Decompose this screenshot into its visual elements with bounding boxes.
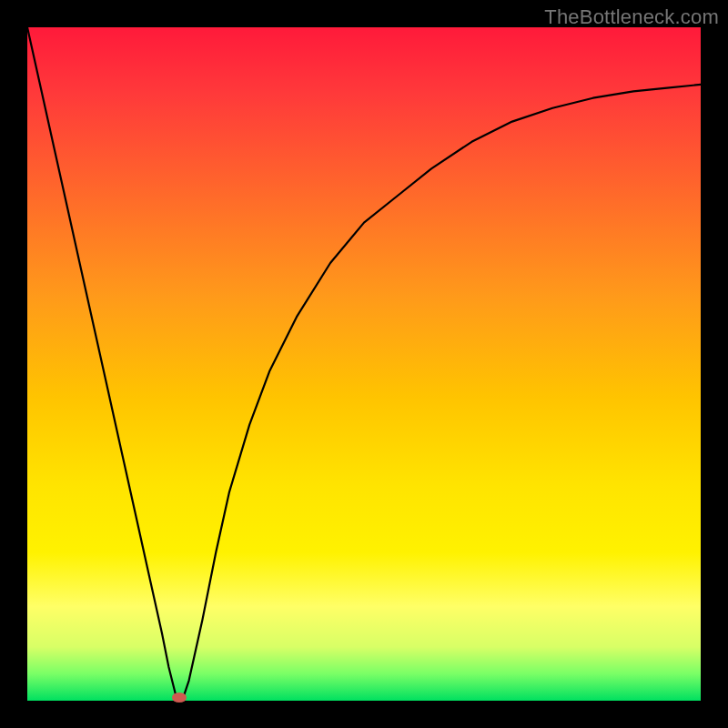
plot-area: [27, 27, 701, 701]
bottleneck-curve: [27, 27, 701, 701]
chart-frame: TheBottleneck.com: [0, 0, 728, 728]
optimum-marker: [172, 693, 187, 703]
curve-svg: [27, 27, 701, 701]
watermark-text: TheBottleneck.com: [544, 5, 719, 29]
